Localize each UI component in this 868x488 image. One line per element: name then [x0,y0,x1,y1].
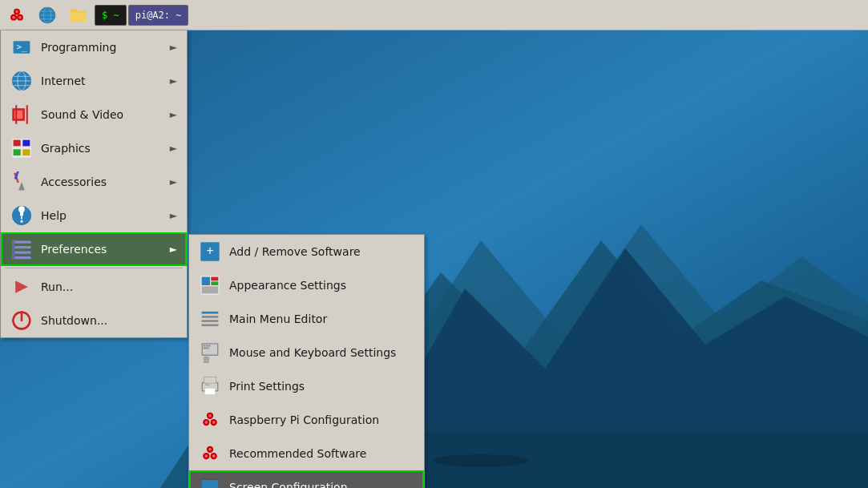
svg-rect-48 [202,277,210,285]
run-label: Run... [41,280,177,293]
svg-point-78 [212,421,216,424]
svg-rect-26 [15,105,17,123]
print-settings-icon [199,375,221,397]
submenu-appearance-settings[interactable]: Appearance Settings [189,268,424,302]
add-remove-software-label: Add / Remove Software [229,245,361,258]
svg-point-5 [433,454,529,467]
menu-item-accessories[interactable]: Accessories ► [1,165,187,199]
svg-rect-49 [211,277,218,281]
sound-video-arrow: ► [170,109,177,120]
svg-point-77 [205,421,208,424]
terminal-button-2[interactable]: pi@A2: ~ [128,5,189,26]
graphics-icon [10,137,33,159]
mouse-keyboard-settings-label: Mouse and Keyboard Settings [229,346,396,359]
menu-separator [5,268,183,268]
svg-rect-51 [202,286,219,293]
submenu-add-remove-software[interactable]: + Add / Remove Software [189,235,424,268]
svg-rect-44 [12,240,14,258]
menu-item-internet[interactable]: Internet ► [1,64,187,98]
submenu-screen-configuration[interactable]: Screen Configuration [189,470,424,488]
help-icon [10,204,33,227]
svg-rect-55 [202,320,219,322]
terminal-2-label: pi@A2: ~ [135,10,182,21]
svg-marker-89 [15,280,28,293]
preferences-submenu: + Add / Remove Software Appearance Se [188,234,425,488]
svg-text:+: + [206,244,213,257]
graphics-arrow: ► [170,143,177,154]
accessories-label: Accessories [41,175,170,188]
svg-point-76 [208,414,212,417]
screen-configuration-icon [199,476,221,488]
main-menu-editor-label: Main Menu Editor [229,313,327,325]
menu-item-help[interactable]: Help ► [1,199,187,232]
appearance-settings-icon [199,274,221,296]
shutdown-label: Shutdown... [41,314,177,327]
svg-rect-61 [208,345,211,346]
main-menu: >_ Programming ► Internet ► [0,30,188,338]
accessories-icon [10,171,33,193]
folder-icon [68,6,87,25]
submenu-mouse-keyboard-settings[interactable]: Mouse and Keyboard Settings [189,336,424,369]
svg-point-39 [20,220,22,223]
internet-label: Internet [41,75,170,87]
run-icon [10,276,33,298]
menu-item-programming[interactable]: >_ Programming ► [1,30,187,64]
raspberry-pi-config-icon [199,409,221,431]
svg-rect-43 [12,256,30,259]
submenu-raspberry-pi-config[interactable]: Raspberry Pi Configuration [189,403,424,437]
menu-item-graphics[interactable]: Graphics ► [1,131,187,165]
menu-item-sound-video[interactable]: Sound & Video ► [1,98,187,131]
svg-rect-50 [211,281,218,285]
taskbar: $ ~ pi@A2: ~ [0,0,868,30]
submenu-main-menu-editor[interactable]: Main Menu Editor [189,302,424,336]
globe-icon [38,6,57,25]
svg-marker-35 [18,182,25,190]
svg-point-10 [12,15,15,18]
svg-rect-63 [207,348,209,349]
internet-arrow: ► [170,75,177,87]
svg-rect-59 [204,345,206,346]
programming-icon: >_ [10,36,33,58]
terminal-1-label: $ ~ [102,10,119,21]
menu-item-run[interactable]: Run... [1,270,187,304]
internet-icon [10,70,33,92]
raspberry-pi-icon [7,6,26,25]
shutdown-icon [10,309,33,332]
graphics-label: Graphics [41,142,170,155]
add-remove-software-icon: + [199,240,221,263]
submenu-recommended-software[interactable]: Recommended Software [189,437,424,470]
programming-arrow: ► [170,42,177,53]
svg-rect-30 [22,140,30,147]
svg-rect-40 [12,241,30,244]
menu-item-preferences[interactable]: Preferences ► + Add / Remove Software [1,232,187,266]
browser-button[interactable] [32,2,63,28]
start-button[interactable] [2,2,32,28]
svg-text:>_: >_ [17,42,27,52]
svg-rect-86 [202,480,219,488]
terminal-button-1[interactable]: $ ~ [95,5,127,26]
svg-point-11 [18,15,22,18]
file-manager-button[interactable] [63,2,93,28]
svg-rect-27 [26,105,28,123]
sound-video-label: Sound & Video [41,108,170,121]
preferences-icon [10,238,33,260]
recommended-software-label: Recommended Software [229,447,366,460]
svg-point-82 [208,448,212,451]
submenu-print-settings[interactable]: Print Settings [189,369,424,403]
svg-rect-70 [205,389,216,395]
print-settings-label: Print Settings [229,380,305,393]
svg-point-84 [212,454,216,458]
svg-rect-42 [12,252,30,254]
svg-point-83 [205,454,208,458]
svg-rect-29 [14,140,21,147]
svg-rect-69 [204,377,216,383]
raspberry-pi-config-label: Raspberry Pi Configuration [229,413,379,426]
svg-point-9 [15,10,18,13]
preferences-label: Preferences [41,243,170,256]
menu-item-shutdown[interactable]: Shutdown... [1,304,187,337]
help-arrow: ► [170,210,177,221]
svg-rect-41 [12,246,30,248]
preferences-arrow: ► [170,244,177,255]
main-menu-editor-icon [199,308,221,330]
svg-rect-54 [202,316,219,318]
